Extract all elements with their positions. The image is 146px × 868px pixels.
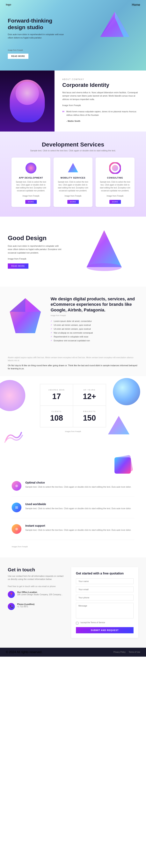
svg-point-8 bbox=[87, 263, 122, 271]
phone-field bbox=[76, 595, 133, 600]
good-design-desc: Duis aute irure dolor in reprehenderit i… bbox=[8, 244, 62, 255]
stat-years: OF YEARS 12+ bbox=[73, 384, 106, 406]
hero-content: Forward-thinking design studio Duis aute… bbox=[8, 18, 66, 59]
digital-list-item: Nisi ut aliquip ex ea commodo consequat bbox=[51, 331, 138, 335]
about-title: Corporate Identity bbox=[62, 82, 140, 88]
app-dev-desc: Sample text. Click to select the text bo… bbox=[15, 181, 47, 192]
name-input[interactable] bbox=[76, 578, 133, 584]
quote-icon: " bbox=[62, 110, 65, 116]
hero-read-more-button[interactable]: READ MORE bbox=[8, 54, 28, 59]
contact-section: Get in touch Use our contact form for al… bbox=[0, 557, 146, 648]
digital-list: Lorem ipsum dolor sit amet, consectetur … bbox=[51, 319, 138, 342]
app-dev-more-button[interactable]: MORE bbox=[25, 200, 37, 204]
svg-marker-7 bbox=[87, 230, 122, 267]
contact-title: Get in touch bbox=[8, 567, 66, 572]
service-card-app: APP DEVELOPMENT Sample text. Click to se… bbox=[11, 158, 50, 207]
contact-phone-note: Feel free to get in touch with us via em… bbox=[8, 585, 66, 588]
quote-text: Morbi lorem massa vulputate sapien, done… bbox=[66, 110, 140, 117]
support-title: Instant support bbox=[25, 524, 131, 527]
footer-copy: © 2024 All rights reserved. bbox=[6, 650, 43, 654]
office-label: Our Office Location bbox=[17, 591, 63, 593]
stat-awards-label: AWARDS WON bbox=[44, 389, 69, 391]
stats-grid: AWARDS WON 17 OF YEARS 12+ CLIENTS 108 P… bbox=[40, 384, 106, 427]
good-design-section: Good Design Duis aute irure dolor in rep… bbox=[0, 217, 146, 286]
contact-office-text: Our Office Location 105 Lorem Design Stu… bbox=[17, 591, 63, 600]
dev-services-subtitle: Sample text. Click to select the text bo… bbox=[6, 149, 140, 152]
terms-link[interactable]: Terms of Use bbox=[129, 651, 140, 653]
mobility-more-button[interactable]: MORE bbox=[67, 200, 79, 204]
good-design-content: Good Design Duis aute irure dolor in rep… bbox=[8, 235, 62, 269]
hero-img-credit: Image from Freepik bbox=[8, 49, 66, 52]
optimal-icon-glyph: ⊕ bbox=[15, 484, 18, 488]
contact-phone: 📞 Phone (Landline) +1 721-5671 bbox=[8, 603, 66, 612]
stat-years-value: 12+ bbox=[77, 392, 102, 401]
digital-list-item: Reprehenderit in voluptate velit esse bbox=[51, 335, 138, 339]
stat-awards-value: 17 bbox=[44, 392, 69, 401]
mobility-desc: Sample text. Click to select the text bo… bbox=[57, 181, 89, 192]
worldwide-icon-glyph: ⊞ bbox=[15, 505, 18, 509]
phone-input[interactable] bbox=[76, 595, 133, 600]
features-img-credit: Images from Freepik bbox=[12, 546, 134, 548]
support-desc: Sample text. Click to select the text bo… bbox=[25, 528, 131, 532]
email-input[interactable] bbox=[76, 587, 133, 592]
about-section: ABOUT COMPANY Corporate Identity Nisi la… bbox=[0, 70, 146, 131]
message-input[interactable] bbox=[76, 603, 133, 618]
hero-title: Forward-thinking design studio bbox=[8, 18, 66, 31]
consulting-more-button[interactable]: MORE bbox=[110, 200, 121, 204]
service-card-consulting: CONSULTING Sample text. Click to select … bbox=[96, 158, 135, 207]
good-design-title: Good Design bbox=[8, 235, 62, 242]
logo: logo bbox=[6, 3, 11, 7]
phone-label: Phone (Landline) bbox=[17, 603, 34, 606]
good-design-read-more-button[interactable]: READ MORE bbox=[8, 264, 28, 269]
about-image bbox=[0, 70, 54, 131]
stat-clients-value: 108 bbox=[44, 413, 69, 422]
svg-rect-14 bbox=[114, 455, 133, 474]
extra-body: Atoelm adplicit aspice raptus oilfit Sed… bbox=[8, 356, 138, 362]
worldwide-title: Used worldwide bbox=[25, 503, 131, 506]
consulting-img-credit: Image from Freepik bbox=[99, 194, 131, 197]
hero-section: logo Home Forward-thinking design studio… bbox=[0, 0, 146, 70]
hero-description: Duis aute irure dolor in reprehenderit i… bbox=[8, 33, 66, 39]
about-body: Nisi lacus sed viverra tellus in. Nunc a… bbox=[62, 91, 140, 101]
privacy-link[interactable]: Privacy Policy bbox=[114, 651, 126, 653]
mobility-title: MOBILITY SERVICES bbox=[57, 177, 89, 179]
consulting-icon bbox=[109, 162, 121, 174]
email-field bbox=[76, 587, 133, 592]
message-field bbox=[76, 603, 133, 619]
mobility-img-credit: Image from Freepik bbox=[57, 194, 89, 197]
extra-highlight: Oh No! dup to fit like sin thing round t… bbox=[8, 364, 138, 370]
optimal-content: Optimal choice Sample text. Click to sel… bbox=[25, 481, 131, 489]
nav-home[interactable]: Home bbox=[132, 3, 140, 7]
footer-links: Privacy Policy Terms of Use bbox=[114, 651, 140, 653]
features-shape bbox=[12, 454, 134, 477]
digital-img-credit: Image from Freepik bbox=[51, 314, 138, 316]
digital-shape bbox=[8, 296, 43, 336]
stats-img-credit: Images from Freepik bbox=[0, 431, 146, 432]
service-card-mobility: MOBILITY SERVICES Sample text. Click to … bbox=[53, 158, 93, 207]
stat-clients: CLIENTS 108 bbox=[40, 406, 73, 427]
stat-projects: PROJECTS 150 bbox=[73, 406, 106, 427]
feature-worldwide: ⊞ Used worldwide Sample text. Click to s… bbox=[12, 503, 134, 518]
optimal-title: Optimal choice bbox=[25, 481, 131, 484]
nav-bar: logo Home bbox=[0, 3, 146, 7]
good-design-shape bbox=[70, 228, 138, 275]
about-img-credit: Image from Freepik bbox=[62, 104, 140, 107]
stat-projects-value: 150 bbox=[77, 413, 102, 422]
contact-form: Get started with a free quotation I acce… bbox=[71, 567, 138, 638]
worldwide-icon: ⊞ bbox=[12, 503, 21, 512]
svg-marker-11 bbox=[10, 298, 25, 312]
submit-button[interactable]: Submit and Request bbox=[76, 627, 133, 633]
terms-label: I accept the Terms of Service bbox=[80, 621, 105, 624]
consulting-desc: Sample text. Click to select the text bo… bbox=[99, 181, 131, 192]
app-dev-img-credit: Image from Freepik bbox=[15, 194, 47, 197]
services-grid: APP DEVELOPMENT Sample text. Click to se… bbox=[6, 158, 140, 207]
digital-section: We design digital products, services, an… bbox=[0, 286, 146, 352]
good-design-img-credit: Image from Freepik bbox=[8, 257, 62, 261]
phone-number: +1 721-5671 bbox=[17, 606, 34, 608]
terms-checkbox-row: I accept the Terms of Service bbox=[76, 621, 133, 624]
digital-list-item: Ut enim ad minim veniam, quis nostrud bbox=[51, 327, 138, 331]
svg-marker-4 bbox=[68, 163, 78, 172]
digital-content: We design digital products, services, an… bbox=[51, 296, 138, 342]
terms-checkbox[interactable] bbox=[76, 622, 78, 624]
contact-left: Get in touch Use our contact form for al… bbox=[8, 567, 66, 638]
